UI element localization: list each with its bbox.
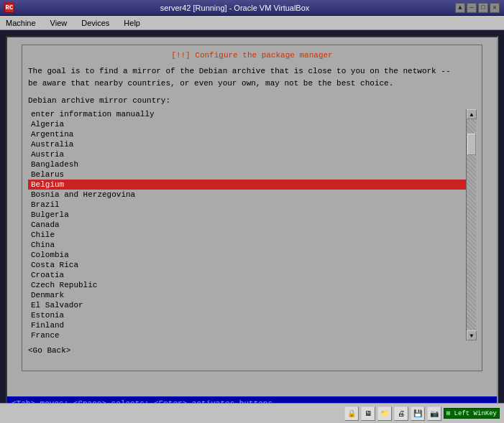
country-item[interactable]: Croatia [28, 270, 466, 280]
country-list-container: enter information manuallyAlgeriaArgenti… [28, 109, 476, 340]
country-item[interactable]: Brazil [28, 200, 466, 210]
taskbar-icon-5[interactable]: 💾 [411, 406, 425, 421]
menu-bar: Machine View Devices Help [0, 16, 504, 30]
country-item[interactable]: France [28, 330, 466, 340]
scroll-track [467, 119, 476, 330]
country-item[interactable]: El Salvador [28, 300, 466, 310]
country-item[interactable]: Czech Republic [28, 280, 466, 290]
country-item[interactable]: Denmark [28, 290, 466, 300]
taskbar-icon-3[interactable]: 📁 [377, 406, 392, 421]
country-item[interactable]: Bulgerla [28, 210, 466, 220]
scroll-thumb[interactable] [467, 134, 476, 155]
taskbar: 🔒 🖥 📁 🖨 💾 📷 ⊞ Left WinKey [0, 403, 504, 423]
menu-machine[interactable]: Machine [3, 17, 39, 29]
window-close-btn[interactable]: ✕ [490, 3, 500, 13]
country-list[interactable]: enter information manuallyAlgeriaArgenti… [28, 109, 466, 340]
app-icon: RC [4, 3, 14, 13]
menu-devices[interactable]: Devices [78, 17, 112, 29]
go-back-button[interactable]: <Go Back> [28, 346, 476, 355]
scrollbar[interactable]: ▲ ▼ [466, 109, 476, 340]
country-item[interactable]: Argentina [28, 129, 466, 139]
dialog-title: [!!] Configure the package manager [28, 51, 476, 60]
menu-view[interactable]: View [47, 17, 70, 29]
winkey-indicator[interactable]: ⊞ Left WinKey [444, 408, 500, 419]
window-controls: ▲ — □ ✕ [455, 3, 500, 13]
window-title: server42 [Running] - Oracle VM VirtualBo… [14, 4, 455, 12]
winkey-label: ⊞ [446, 410, 454, 417]
taskbar-icon-1[interactable]: 🔒 [344, 406, 359, 421]
taskbar-right: 🔒 🖥 📁 🖨 💾 📷 ⊞ Left WinKey [344, 406, 500, 421]
country-item[interactable]: Estonia [28, 310, 466, 320]
scroll-down-btn[interactable]: ▼ [467, 330, 477, 340]
vm-content: [!!] Configure the package manager The g… [0, 30, 504, 423]
country-item[interactable]: Belarus [28, 169, 466, 180]
country-item[interactable]: Australia [28, 139, 466, 149]
taskbar-icon-6[interactable]: 📷 [427, 406, 441, 421]
country-item[interactable]: Belgium [28, 180, 466, 190]
window-up-btn[interactable]: ▲ [455, 3, 465, 13]
country-item[interactable]: Austria [28, 149, 466, 159]
country-item[interactable]: Canada [28, 220, 466, 230]
country-item[interactable]: Colombia [28, 250, 466, 260]
vm-screen: [!!] Configure the package manager The g… [6, 36, 498, 412]
country-item[interactable]: Bosnia and Herzegovina [28, 190, 466, 200]
taskbar-icon-2[interactable]: 🖥 [361, 406, 375, 421]
country-item[interactable]: Chile [28, 230, 466, 240]
window-minimize-btn[interactable]: — [467, 3, 477, 13]
virtualbox-window: RC server42 [Running] - Oracle VM Virtua… [0, 0, 504, 423]
taskbar-icon-4[interactable]: 🖨 [394, 406, 408, 421]
country-item[interactable]: China [28, 240, 466, 250]
configure-dialog: [!!] Configure the package manager The g… [22, 45, 482, 371]
country-item[interactable]: Costa Rica [28, 260, 466, 270]
title-bar: RC server42 [Running] - Oracle VM Virtua… [0, 0, 504, 16]
country-item[interactable]: enter information manually [28, 109, 466, 119]
scroll-up-btn[interactable]: ▲ [467, 109, 477, 119]
menu-help[interactable]: Help [121, 17, 143, 29]
country-item[interactable]: Bangladesh [28, 159, 466, 169]
dialog-description: The goal is to find a mirror of the Debi… [28, 65, 476, 89]
dialog-label: Debian archive mirror country: [28, 96, 476, 105]
country-item[interactable]: Algeria [28, 119, 466, 129]
country-item[interactable]: Finland [28, 320, 466, 330]
window-maximize-btn[interactable]: □ [478, 3, 488, 13]
